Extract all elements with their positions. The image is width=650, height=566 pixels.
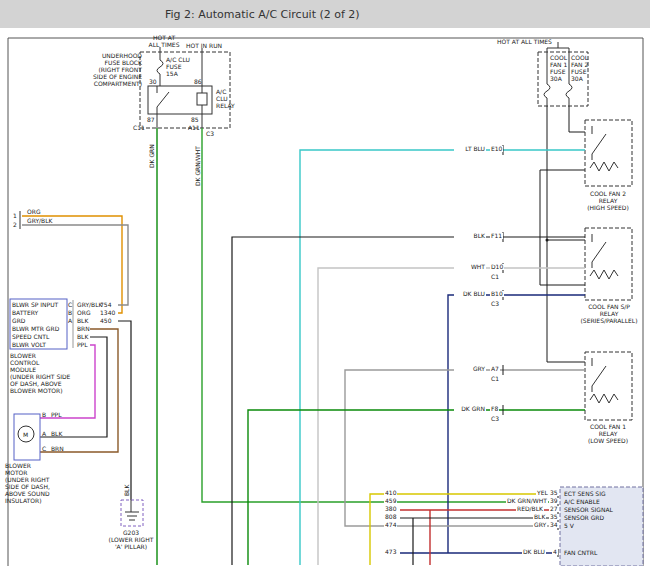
module-pin: C <box>68 301 72 308</box>
connector-c11: C11 <box>133 124 145 131</box>
motor-wire: BRN <box>51 445 64 452</box>
wire-label: DK BLU <box>454 291 486 297</box>
cool-fan1-fuse-label: COOL FAN 1 FUSE 30A <box>550 54 567 82</box>
pin-number: 4 <box>552 549 558 555</box>
connector-label: C3 <box>491 415 499 422</box>
module-fn: BLWR VOLT <box>12 341 46 348</box>
figure-title-bar: Fig 2: Automatic A/C Circuit (2 of 2) <box>0 0 650 28</box>
pin-number: 35 <box>549 490 559 496</box>
terminal-label: D10 <box>490 264 504 270</box>
relay-pin-30: 30 <box>149 78 157 85</box>
terminal-label: A7 <box>490 366 500 372</box>
wire-label: DK GRN/WHT <box>506 498 548 504</box>
resistor-icon <box>590 394 618 403</box>
pin-number: 39 <box>549 498 559 504</box>
pcm-fn: ECT SENS SIG <box>564 490 606 497</box>
circuit-number: 473 <box>384 549 397 555</box>
pin-2: 2 <box>13 221 17 228</box>
wire-blk-450-ground <box>118 321 131 500</box>
module-fn: BLWR MTR GRD <box>12 325 59 332</box>
pin-number: 27 <box>549 506 559 512</box>
module-circuit: 754 <box>100 301 111 308</box>
module-pin: A <box>68 317 72 324</box>
relay-switch-icon <box>592 126 606 160</box>
wire-dk-grn-f8 <box>248 410 585 565</box>
ac-clu-fuse-label: A/C CLU FUSE 15A <box>166 56 190 77</box>
hot-at-all-times-left: HOT AT ALL TIMES <box>146 34 182 48</box>
terminal-label: E10 <box>490 146 503 152</box>
module-circuit: 450 <box>100 317 111 324</box>
relay-pin-87: 87 <box>147 116 155 123</box>
cool-fan-sp-relay-label: COOL FAN S/P RELAY (SERIES/PARALLEL) <box>578 303 640 324</box>
wire-label: BLK <box>454 233 486 239</box>
motor-pin: B <box>42 411 46 418</box>
cool-fan2-fuse-icon <box>566 84 572 98</box>
pcm-fn: SENSOR GRD <box>564 514 604 521</box>
module-wire: BLK <box>77 333 88 340</box>
terminal-label: F8 <box>490 406 499 412</box>
circuit-number: 808 <box>384 514 397 520</box>
pcm-fn: A/C ENABLE <box>564 498 600 505</box>
cool-fan2-fuse-label: COOL FAN 2 FUSE 30A <box>571 54 588 82</box>
module-wire: BLK <box>77 317 88 324</box>
g203-caption: G203 (LOWER RIGHT 'A' PILLAR) <box>94 529 168 550</box>
wire-label-gry-blk: GRY/BLK <box>27 217 53 224</box>
g203-ground <box>121 500 143 526</box>
module-wire: BRN <box>77 325 90 332</box>
connector-label: C1 <box>491 273 499 280</box>
underhood-fuse-block-label: UNDERHOOD FUSE BLOCK (RIGHT FRONT SIDE O… <box>90 52 142 87</box>
resistor-icon <box>590 270 618 279</box>
wire-dk-grn-wht-85 <box>202 128 558 502</box>
module-caption: BLOWER CONTROL MODULE (UNDER RIGHT SIDE … <box>10 352 70 394</box>
connector-c3: C3 <box>206 130 214 137</box>
terminal-label: B10 <box>490 291 504 297</box>
motor-symbol: M <box>23 431 28 438</box>
wire-label: RED/BLK <box>516 506 544 512</box>
wire-label: GRY <box>454 366 486 372</box>
connector-label: C3 <box>491 300 499 307</box>
module-wire: ORG <box>77 309 91 316</box>
cool-fan2-relay-label: COOL FAN 2 RELAY (HIGH SPEED) <box>580 190 636 211</box>
ac-clu-fuse-icon <box>157 60 163 74</box>
motor-wire: PPL <box>51 411 62 418</box>
wire-label: YEL <box>536 490 549 496</box>
diagram-page: Fig 2: Automatic A/C Circuit (2 of 2) <box>0 0 650 566</box>
wire-gry-blk <box>22 225 128 305</box>
wire-label-blk-ground: BLK <box>123 485 130 496</box>
cool-fan2-relay-box <box>585 120 632 186</box>
wire-label: GRY <box>533 522 547 528</box>
cool-fan1-fuse-icon <box>544 84 550 98</box>
module-wire: PPL <box>77 341 88 348</box>
relay-pin-85: 85 <box>191 116 199 123</box>
wire-label: BLK <box>533 514 546 520</box>
wire-label-dk-grn: DK GRN <box>148 144 155 168</box>
relay-switch-icon <box>592 234 606 268</box>
relay-switch-icon <box>592 358 606 392</box>
ac-clu-relay-label: A/C CLU RELAY <box>216 88 235 109</box>
wire-label: WHT <box>454 264 486 270</box>
module-circuit: 1340 <box>100 309 115 316</box>
module-fn: GRD <box>12 317 25 324</box>
hot-in-run: HOT IN RUN <box>186 42 222 49</box>
cool-fan-sp-relay-box <box>585 228 632 300</box>
pin-1: 1 <box>13 212 17 219</box>
circuit-number: 380 <box>384 506 397 512</box>
resistor-icon <box>590 162 618 171</box>
circuit-number: 410 <box>384 490 397 496</box>
figure-title: Fig 2: Automatic A/C Circuit (2 of 2) <box>165 8 360 21</box>
wire-label: DK GRN <box>454 406 486 412</box>
relay-pin-86: 86 <box>194 78 202 85</box>
motor-wire: BLK <box>51 430 62 437</box>
wire-label-org: ORG <box>27 208 41 215</box>
ac-clu-relay-box <box>148 86 212 114</box>
circuit-number: 474 <box>384 522 397 528</box>
module-wire: GRY/BLK <box>77 301 103 308</box>
motor-pin: A <box>42 430 46 437</box>
motor-pin: C <box>42 445 46 452</box>
connector-label: C1 <box>491 375 499 382</box>
pcm-fn: FAN CNTRL <box>564 549 597 556</box>
ground-icon <box>125 500 139 520</box>
cool-fan1-relay-box <box>585 352 632 420</box>
circuit-number: 459 <box>384 498 397 504</box>
relay-coil-icon <box>197 93 207 105</box>
